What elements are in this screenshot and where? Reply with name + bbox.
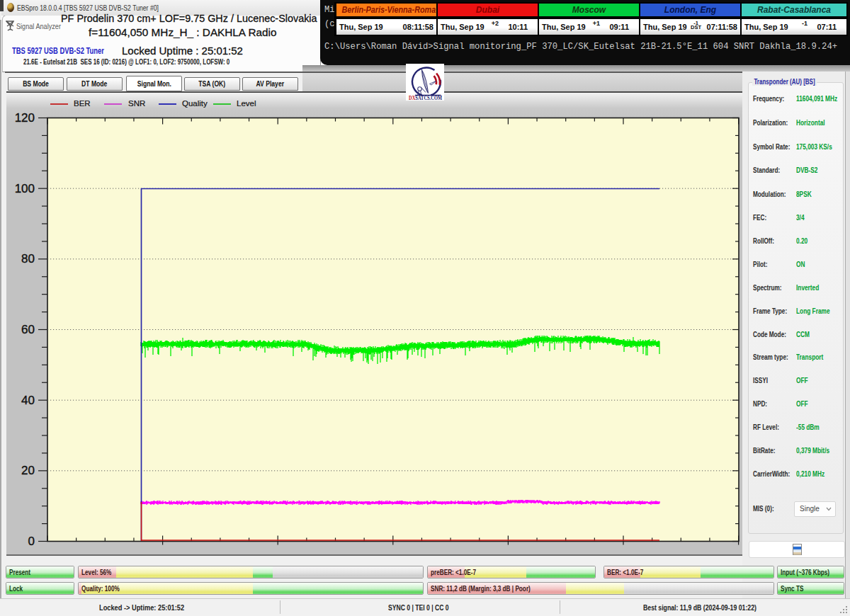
svg-text:DXSATCS.COM: DXSATCS.COM [409,94,443,101]
